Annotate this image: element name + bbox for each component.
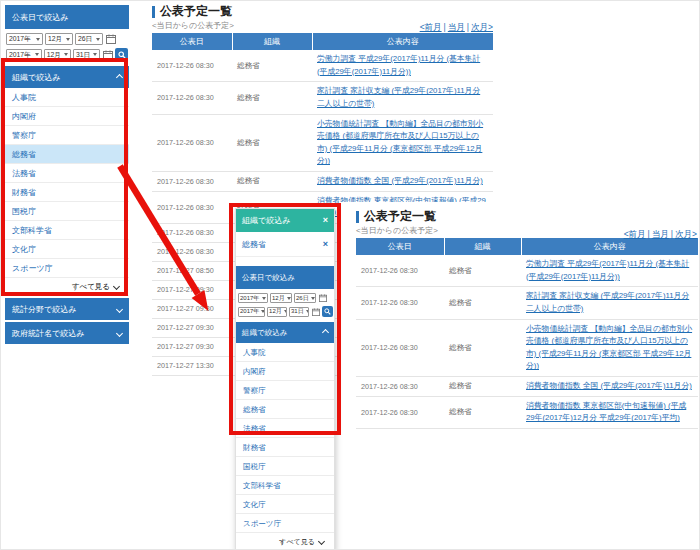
org-filter-item[interactable]: 国税庁 xyxy=(5,202,129,221)
org-filter-header[interactable]: 組織で絞込み xyxy=(236,322,334,343)
row-org: 総務省 xyxy=(232,114,312,172)
year-from-select[interactable]: 2017年 xyxy=(238,293,268,303)
schedule-rows: 2017-12-26 08:30 総務省 労働力調査 平成29年(2017年)1… xyxy=(152,50,493,223)
chevron-down-icon xyxy=(318,538,325,545)
org-filter-item[interactable]: 財務省 xyxy=(5,183,129,202)
day-to-select[interactable]: 31日 xyxy=(73,49,100,61)
org-filter-item[interactable]: 法務省 xyxy=(236,419,334,438)
chevron-down-icon xyxy=(284,310,287,313)
row-content-link[interactable]: 消費者物価指数 全国 (平成29年(2017年)11月分) xyxy=(526,381,692,390)
org-filter-header[interactable]: 組織で絞込み xyxy=(5,66,129,88)
org-filter-item[interactable]: 警察庁 xyxy=(236,381,334,400)
org-filter-item[interactable]: 総務省 xyxy=(5,145,129,164)
show-all-button[interactable]: すべて見る xyxy=(236,533,334,550)
month-from-select[interactable]: 12月 xyxy=(45,33,73,45)
org-filter-item[interactable]: 総務省 xyxy=(236,400,334,419)
org-filter-item[interactable]: スポーツ庁 xyxy=(236,514,334,533)
row-date: 2017-12-27 09:30 xyxy=(152,337,232,356)
date-filter-box: 2017年 12月 26日 2017年 12月 31日 xyxy=(5,29,129,66)
spacer xyxy=(236,257,334,266)
row-date: 2017-12-26 08:30 xyxy=(152,191,232,223)
org-filter-item[interactable]: 文部科学省 xyxy=(236,476,334,495)
remove-filter-icon[interactable]: × xyxy=(323,240,328,249)
table-row: 2017-12-26 08:30 総務省 家計調査 家計収支編 (平成29年(2… xyxy=(152,82,493,114)
row-date: 2017-12-26 08:30 xyxy=(152,82,232,114)
filter-sidebar: 公表日で絞込み 2017年 12月 26日 2017年 12月 31日 組織で絞… xyxy=(5,5,129,344)
applied-filter-header: 組織で絞込み × xyxy=(236,209,334,232)
calendar-icon[interactable] xyxy=(105,34,116,45)
calendar-icon[interactable] xyxy=(311,307,320,316)
year-from-select[interactable]: 2017年 xyxy=(6,33,43,45)
org-filter-item[interactable]: 法務省 xyxy=(5,164,129,183)
col-header-content: 公表内容 xyxy=(312,33,493,50)
chevron-down-icon xyxy=(36,38,40,41)
row-date: 2017-12-26 08:30 xyxy=(356,255,444,287)
stat-name-filter-header[interactable]: 政府統計名で絞込み xyxy=(5,322,129,344)
row-org: 総務省 xyxy=(444,319,521,377)
calendar-icon[interactable] xyxy=(318,294,327,303)
org-filter-item[interactable]: 内閣府 xyxy=(236,362,334,381)
org-filter-item[interactable]: 警察庁 xyxy=(5,126,129,145)
org-filter-item[interactable]: 人事院 xyxy=(5,88,129,107)
page-title: 公表予定一覧 xyxy=(356,209,698,224)
search-button[interactable] xyxy=(115,48,128,61)
org-filter-item[interactable]: 内閣府 xyxy=(5,107,129,126)
prev-month-link[interactable]: <前月 xyxy=(624,229,646,239)
row-content-link[interactable]: 小売物価統計調査 【動向編】全品目の都市別小売価格 (都道府県庁所在市及び人口1… xyxy=(317,119,483,166)
row-date: 2017-12-26 08:30 xyxy=(152,172,232,192)
zoom-inset-panel: 組織で絞込み × 総務省 × 公表日で絞込み 2017年 12月 26日 201… xyxy=(235,208,335,550)
next-month-link[interactable]: 次月> xyxy=(471,22,493,32)
pagination: <前月|当月|次月> xyxy=(624,229,697,241)
table-row: 2017-12-26 08:30 総務省 労働力調査 平成29年(2017年)1… xyxy=(152,50,493,82)
date-filter-box: 2017年 12月 26日 2017年 12月 31日 xyxy=(236,289,334,322)
row-content-link[interactable]: 家計調査 家計収支編 (平成29年(2017年)11月分 二人以上の世帯) xyxy=(317,86,480,108)
row-org: 総務省 xyxy=(232,82,312,114)
row-date: 2017-12-26 08:30 xyxy=(152,50,232,82)
org-filter-item[interactable]: 財務省 xyxy=(236,438,334,457)
row-content-link[interactable]: 家計調査 家計収支編 (平成29年(2017年)11月分 二人以上の世帯) xyxy=(526,291,689,313)
search-button[interactable] xyxy=(322,306,333,317)
org-filter-item[interactable]: 文部科学省 xyxy=(5,221,129,240)
row-content-link[interactable]: 労働力調査 平成29年(2017年)11月分 (基本集計(平成29年(2017年… xyxy=(526,259,689,281)
show-all-button[interactable]: すべて見る xyxy=(5,278,129,296)
current-month-link[interactable]: 当月 xyxy=(448,22,465,32)
day-to-select[interactable]: 31日 xyxy=(289,307,309,317)
row-date: 2017-12-26 08:30 xyxy=(152,223,232,242)
month-from-select[interactable]: 12月 xyxy=(270,293,292,303)
stat-field-filter-header[interactable]: 統計分野で絞込み xyxy=(5,298,129,320)
org-filter-item[interactable]: スポーツ庁 xyxy=(5,259,129,278)
org-filter-item[interactable]: 文化庁 xyxy=(236,495,334,514)
row-date: 2017-12-26 08:30 xyxy=(356,396,444,428)
next-month-link[interactable]: 次月> xyxy=(675,229,697,239)
chevron-up-icon xyxy=(322,329,329,336)
col-header-org: 組織 xyxy=(232,33,312,50)
date-to-row: 2017年 12月 31日 xyxy=(238,306,333,317)
table-row: 2017-12-26 08:30 総務省 消費者物価指数 全国 (平成29年(2… xyxy=(356,377,698,397)
current-month-link[interactable]: 当月 xyxy=(652,229,669,239)
year-to-select[interactable]: 2017年 xyxy=(6,49,42,61)
row-content-link[interactable]: 消費者物価指数 全国 (平成29年(2017年)11月分) xyxy=(317,176,483,185)
row-content-link[interactable]: 消費者物価指数 東京都区部(中旬速報値) (平成29年(2017年)12月分 平… xyxy=(526,401,686,423)
row-date: 2017-12-27 09:30 xyxy=(152,299,232,318)
org-filter-item[interactable]: 人事院 xyxy=(236,343,334,362)
row-content-link[interactable]: 労働力調査 平成29年(2017年)11月分 (基本集計(平成29年(2017年… xyxy=(317,54,480,76)
year-to-select[interactable]: 2017年 xyxy=(238,307,265,317)
col-header-date: 公表日 xyxy=(356,238,444,255)
chevron-down-icon xyxy=(116,305,123,312)
chevron-down-icon xyxy=(261,310,265,313)
calendar-icon[interactable] xyxy=(102,49,113,60)
day-from-select[interactable]: 26日 xyxy=(294,293,316,303)
close-icon[interactable]: × xyxy=(323,216,328,225)
row-date: 2017-12-26 08:30 xyxy=(356,287,444,319)
month-to-select[interactable]: 12月 xyxy=(267,307,287,317)
chevron-down-icon xyxy=(116,329,123,336)
prev-month-link[interactable]: <前月 xyxy=(420,22,442,32)
row-content-link[interactable]: 小売物価統計調査 【動向編】全品目の都市別小売価格 (都道府県庁所在市及び人口1… xyxy=(526,324,692,371)
day-from-select[interactable]: 26日 xyxy=(75,33,103,45)
org-filter-list: 人事院内閣府警察庁総務省法務省財務省国税庁文部科学省文化庁スポーツ庁 xyxy=(236,343,334,533)
chevron-down-icon xyxy=(262,297,266,300)
org-filter-item[interactable]: 文化庁 xyxy=(5,240,129,259)
org-filter-item[interactable]: 国税庁 xyxy=(236,457,334,476)
month-to-select[interactable]: 12月 xyxy=(44,49,71,61)
col-header-org: 組織 xyxy=(444,238,521,255)
